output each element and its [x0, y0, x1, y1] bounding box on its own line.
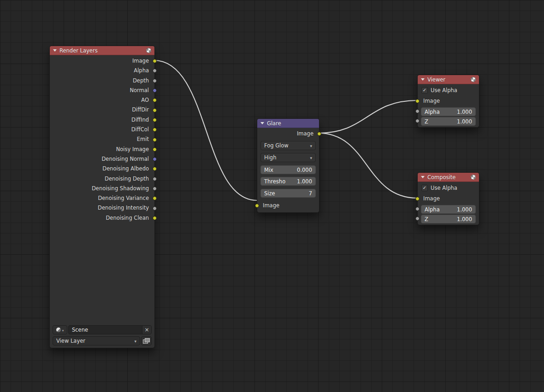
node-title: Composite: [427, 174, 468, 181]
link-glare-to-composite[interactable]: [319, 133, 417, 198]
socket-label: Denoising Normal: [102, 156, 149, 162]
alpha-slider[interactable]: Alpha 1.000: [421, 107, 476, 116]
alpha-label: Alpha: [425, 206, 440, 213]
input-row: Z 1.000: [418, 117, 479, 125]
collapse-arrow-icon[interactable]: [260, 122, 264, 124]
diffdir-output-socket[interactable]: [153, 108, 157, 112]
glare-type-dropdown[interactable]: Fog Glow: [260, 141, 316, 150]
image-input-socket[interactable]: [415, 197, 420, 201]
output-row: Depth: [50, 76, 154, 86]
node-composite[interactable]: Composite Use Alpha Image Alpha 1.000 Z …: [417, 172, 479, 225]
use-alpha-checkbox[interactable]: [421, 87, 428, 94]
chevron-down-icon: [62, 327, 64, 333]
socket-label: Denoising Clean: [106, 215, 149, 221]
output-row: DiffInd: [50, 115, 154, 125]
output-row: Noisy Image: [50, 145, 154, 154]
size-slider[interactable]: Size 7: [260, 189, 316, 198]
noisy-image-output-socket[interactable]: [153, 147, 157, 152]
render-layer-button[interactable]: [141, 336, 152, 345]
output-row: Denoising Shadowing: [50, 184, 154, 193]
socket-label: DiffCol: [131, 126, 149, 133]
z-slider[interactable]: Z 1.000: [421, 117, 476, 126]
output-row: DiffDir: [50, 105, 154, 115]
node-editor-canvas[interactable]: Render Layers Image Alpha Depth Normal A…: [0, 0, 544, 392]
render-layers-properties: Scene View Layer: [53, 323, 152, 345]
scene-browser-button[interactable]: [53, 325, 67, 334]
denoising-intensity-output-socket[interactable]: [153, 206, 157, 211]
mix-slider[interactable]: Mix 0.000: [260, 165, 316, 174]
input-row: Z 1.000: [418, 215, 479, 222]
output-row: Denoising Intensity: [50, 203, 154, 213]
normal-output-socket[interactable]: [153, 88, 157, 93]
render-layers-header[interactable]: Render Layers: [50, 46, 154, 55]
output-row: Denoising Normal: [50, 154, 154, 164]
emit-output-socket[interactable]: [153, 138, 157, 142]
mix-label: Mix: [264, 167, 273, 173]
use-alpha-label: Use Alpha: [431, 87, 457, 94]
scene-field[interactable]: Scene: [68, 325, 152, 334]
link-glare-to-viewer[interactable]: [319, 100, 417, 133]
render-layers-outputs: Image Alpha Depth Normal AO DiffDir: [50, 55, 154, 223]
viewer-header[interactable]: Viewer: [418, 75, 479, 84]
socket-label: Image: [423, 98, 440, 104]
input-row: Alpha 1.000: [418, 205, 479, 213]
output-row: Denoising Clean: [50, 213, 154, 223]
z-slider[interactable]: Z 1.000: [421, 215, 476, 223]
output-row: Image: [257, 129, 319, 139]
z-input-socket[interactable]: [415, 119, 420, 123]
use-alpha-checkbox[interactable]: [421, 185, 428, 191]
alpha-input-socket[interactable]: [415, 109, 420, 113]
view-layer-value: View Layer: [56, 338, 85, 344]
node-render-layers[interactable]: Render Layers Image Alpha Depth Normal A…: [49, 46, 155, 348]
output-row: Denoising Depth: [50, 174, 154, 184]
socket-label: Denoising Albedo: [102, 165, 149, 172]
output-row: Denoising Variance: [50, 193, 154, 203]
link-render-layers-image-to-glare[interactable]: [154, 60, 257, 200]
input-row: Image: [257, 201, 319, 211]
diffind-output-socket[interactable]: [153, 118, 157, 122]
use-alpha-label: Use Alpha: [431, 185, 457, 191]
image-input-socket[interactable]: [255, 204, 259, 208]
alpha-value: 1.000: [457, 109, 472, 115]
threshold-slider[interactable]: Thresho 1.000: [260, 177, 316, 186]
clear-scene-button[interactable]: [142, 326, 151, 334]
input-row: Image: [418, 194, 479, 204]
z-label: Z: [425, 118, 428, 125]
alpha-slider[interactable]: Alpha 1.000: [421, 205, 476, 214]
input-row: Image: [418, 96, 479, 106]
socket-label: Image: [423, 195, 440, 202]
quality-dropdown[interactable]: High: [260, 153, 316, 162]
chevron-down-icon: [310, 142, 312, 149]
collapse-arrow-icon[interactable]: [421, 176, 425, 178]
alpha-input-socket[interactable]: [415, 207, 420, 211]
z-label: Z: [425, 216, 428, 222]
denoising-clean-output-socket[interactable]: [153, 216, 157, 220]
output-row: Denoising Albedo: [50, 164, 154, 174]
z-value: 1.000: [457, 216, 472, 222]
image-input-socket[interactable]: [415, 99, 420, 103]
socket-label: Denoising Variance: [98, 195, 149, 201]
collapse-arrow-icon[interactable]: [53, 49, 57, 52]
node-glare[interactable]: Glare Image Fog Glow High Mix 0.000 Thre…: [257, 118, 319, 213]
output-row: Emit: [50, 135, 154, 144]
output-row: AO: [50, 95, 154, 105]
scene-icon: [56, 328, 61, 332]
socket-label: Denoising Intensity: [98, 205, 149, 211]
scene-name: Scene: [69, 327, 142, 333]
socket-label: Image: [132, 58, 149, 64]
socket-label: Emit: [137, 136, 149, 142]
denoising-shadowing-output-socket[interactable]: [153, 187, 157, 191]
denoising-depth-output-socket[interactable]: [153, 177, 157, 181]
z-input-socket[interactable]: [415, 216, 420, 221]
z-value: 1.000: [457, 118, 472, 125]
glare-header[interactable]: Glare: [257, 119, 319, 128]
collapse-arrow-icon[interactable]: [421, 78, 425, 81]
composite-header[interactable]: Composite: [418, 173, 479, 182]
output-row: DiffCol: [50, 125, 154, 135]
alpha-value: 1.000: [457, 206, 472, 213]
node-viewer[interactable]: Viewer Use Alpha Image Alpha 1.000 Z 1.0…: [417, 75, 479, 128]
socket-label: Noisy Image: [116, 146, 149, 152]
view-layer-dropdown[interactable]: View Layer: [53, 336, 140, 345]
preview-sphere-icon: [471, 77, 476, 82]
depth-output-socket[interactable]: [153, 79, 157, 83]
